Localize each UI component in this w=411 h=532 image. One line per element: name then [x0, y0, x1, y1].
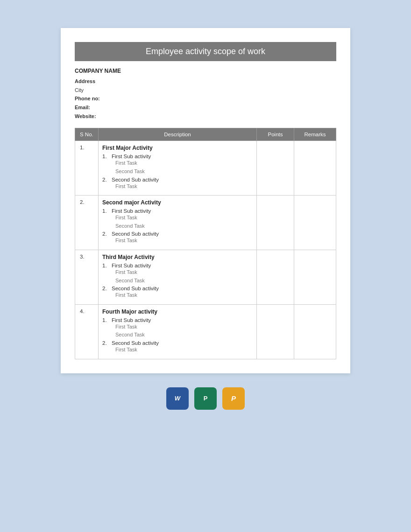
- task-1-1-1: First Task: [115, 159, 253, 168]
- sub-num: 2.: [102, 286, 110, 291]
- sub-activity-2-1: 1.First Sub activityFirst TaskSecond Tas…: [102, 208, 253, 230]
- email-label: Email:: [75, 105, 90, 110]
- row-points-2: [257, 196, 294, 250]
- publisher-icon[interactable]: P: [194, 387, 217, 410]
- col-points: Points: [257, 128, 294, 141]
- sub-title: First Sub activity: [112, 154, 151, 159]
- sub-title: Second Sub activity: [112, 340, 159, 346]
- task-4-1-2: Second Task: [115, 331, 253, 339]
- row-desc-3: Third Major Activity1.First Sub activity…: [99, 250, 257, 305]
- task-2-1-1: First Task: [115, 214, 253, 222]
- sub-activity-1-2: 2.Second Sub activityFirst Task: [102, 177, 253, 191]
- row-points-1: [257, 141, 294, 196]
- activity-title-2: Second major Activity: [102, 199, 253, 206]
- sub-num: 1.: [102, 317, 110, 323]
- row-remarks-4: [294, 304, 336, 359]
- sub-title: Second Sub activity: [112, 286, 159, 291]
- row-num-2: 2.: [75, 196, 99, 250]
- task-2-1-2: Second Task: [115, 222, 253, 231]
- sub-title: First Sub activity: [112, 208, 151, 214]
- task-3-2-1: First Task: [115, 291, 253, 300]
- company-name: COMPANY NAME: [75, 68, 336, 74]
- sub-title: Second Sub activity: [112, 177, 159, 182]
- task-4-1-1: First Task: [115, 323, 253, 331]
- sub-activity-4-1: 1.First Sub activityFirst TaskSecond Tas…: [102, 317, 253, 339]
- sub-num: 1.: [102, 154, 110, 159]
- document-page: Employee activity scope of work COMPANY …: [61, 28, 350, 373]
- row-remarks-2: [294, 196, 336, 250]
- address-label: Address: [75, 78, 95, 84]
- row-remarks-3: [294, 250, 336, 305]
- app-icons-bar: W P P: [166, 387, 245, 410]
- row-points-4: [257, 304, 294, 359]
- task-3-1-2: Second Task: [115, 277, 253, 285]
- sub-num: 1.: [102, 208, 110, 214]
- task-2-2-1: First Task: [115, 237, 253, 245]
- activity-title-3: Third Major Activity: [102, 254, 253, 260]
- col-sno: S No.: [75, 128, 99, 141]
- pages-icon[interactable]: P: [222, 387, 245, 410]
- sub-title: First Sub activity: [112, 263, 151, 268]
- sub-activity-3-2: 2.Second Sub activityFirst Task: [102, 286, 253, 300]
- activity-table: S No. Description Points Remarks 1.First…: [75, 128, 336, 359]
- col-description: Description: [99, 128, 257, 141]
- city-label: City: [75, 87, 84, 93]
- sub-activity-1-1: 1.First Sub activityFirst TaskSecond Tas…: [102, 154, 253, 175]
- sub-activity-4-2: 2.Second Sub activityFirst Task: [102, 340, 253, 354]
- row-desc-1: First Major Activity1.First Sub activity…: [99, 141, 257, 196]
- task-4-2-1: First Task: [115, 346, 253, 354]
- sub-activity-2-2: 2.Second Sub activityFirst Task: [102, 231, 253, 245]
- col-remarks: Remarks: [294, 128, 336, 141]
- task-1-1-2: Second Task: [115, 168, 253, 176]
- row-num-4: 4.: [75, 304, 99, 359]
- row-points-3: [257, 250, 294, 305]
- row-desc-4: Fourth Major activity1.First Sub activit…: [99, 304, 257, 359]
- row-num-1: 1.: [75, 141, 99, 196]
- word-icon[interactable]: W: [166, 387, 189, 410]
- activity-title-4: Fourth Major activity: [102, 308, 253, 315]
- row-remarks-1: [294, 141, 336, 196]
- document-title: Employee activity scope of work: [75, 42, 336, 61]
- sub-title: First Sub activity: [112, 317, 151, 323]
- sub-num: 2.: [102, 177, 110, 182]
- row-num-3: 3.: [75, 250, 99, 305]
- sub-num: 1.: [102, 263, 110, 268]
- sub-num: 2.: [102, 231, 110, 237]
- activity-title-1: First Major Activity: [102, 145, 253, 151]
- row-desc-2: Second major Activity1.First Sub activit…: [99, 196, 257, 250]
- company-info: Address City Phone no: Email: Website:: [75, 77, 336, 120]
- task-1-2-1: First Task: [115, 182, 253, 191]
- sub-activity-3-1: 1.First Sub activityFirst TaskSecond Tas…: [102, 263, 253, 285]
- sub-title: Second Sub activity: [112, 231, 159, 237]
- website-label: Website:: [75, 113, 96, 119]
- sub-num: 2.: [102, 340, 110, 346]
- task-3-1-1: First Task: [115, 268, 253, 277]
- phone-label: Phone no:: [75, 96, 100, 101]
